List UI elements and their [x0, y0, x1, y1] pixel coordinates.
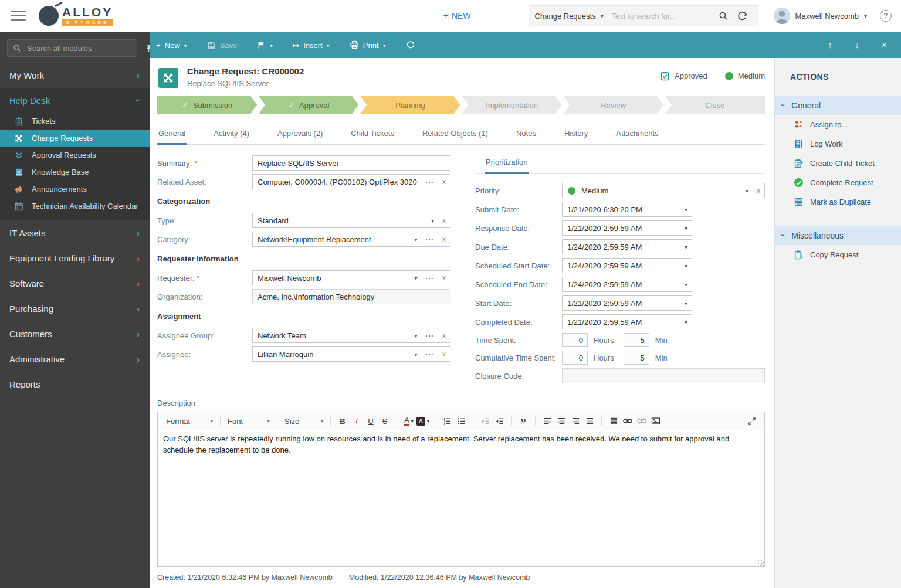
summary-input[interactable] [253, 159, 450, 168]
search-by-id-icon[interactable] [733, 11, 752, 21]
flag-button[interactable]: ▾ [257, 41, 273, 50]
sidebar-item-knowledge-base[interactable]: Knowledge Base [0, 164, 150, 181]
clear-field-button[interactable]: x [438, 178, 450, 186]
scheduled-start-date-input[interactable] [563, 261, 680, 270]
print-button[interactable]: Print ▾ [350, 40, 386, 50]
action-assign-to[interactable]: Assign to... [775, 115, 901, 134]
dropdown-caret-button[interactable]: ▾ [680, 319, 692, 325]
time-spent-hours-input[interactable] [562, 333, 588, 347]
dropdown-caret-button[interactable]: ▾ [680, 281, 692, 288]
save-button[interactable]: Save [207, 41, 238, 50]
start-date-input[interactable] [563, 299, 680, 308]
global-new-button[interactable]: + NEW [443, 11, 471, 21]
dropdown-caret-button[interactable]: ▾ [680, 300, 692, 307]
tab-prioritization[interactable]: Prioritization [485, 155, 529, 174]
action-log-work[interactable]: Log Work [775, 134, 901, 154]
stage-planning[interactable]: Planning [360, 96, 460, 114]
description-text[interactable]: Our SQL/IIS server is repeatedly running… [158, 430, 764, 566]
cumulative-minutes-input[interactable] [624, 351, 649, 365]
stage-review[interactable]: Review [564, 96, 663, 114]
type-input[interactable] [253, 216, 427, 225]
tab-general[interactable]: General [157, 123, 187, 145]
next-record-button[interactable]: ↓ [855, 40, 859, 50]
dropdown-caret-button[interactable]: ▾ [427, 217, 438, 224]
insert-image-icon[interactable] [649, 414, 663, 427]
sidebar-item-change-requests[interactable]: Change Requests [0, 130, 150, 147]
sidebar-item-technician-availability-calendar[interactable]: Technician Availability Calendar [0, 198, 150, 215]
sidebar-item-reports[interactable]: Reports [0, 372, 150, 397]
bullet-list-icon[interactable] [454, 414, 468, 427]
lookup-ellipsis-button[interactable]: ••• [422, 276, 438, 281]
organization-input[interactable] [253, 293, 450, 301]
tab-notes[interactable]: Notes [515, 123, 537, 144]
resize-grip[interactable] [758, 560, 764, 566]
help-button[interactable]: ? [880, 10, 892, 22]
maximize-editor-icon[interactable] [744, 414, 758, 427]
unlink-icon[interactable] [635, 414, 649, 427]
requester-input[interactable] [253, 274, 411, 283]
text-color-button[interactable]: A▾ [402, 414, 416, 427]
link-icon[interactable] [621, 414, 635, 427]
actions-group-general[interactable]: › General [775, 96, 901, 115]
app-logo[interactable]: ALLOY S FTWARE [39, 6, 113, 26]
align-left-icon[interactable] [540, 414, 554, 427]
scheduled-end-date-input[interactable] [563, 280, 680, 289]
blockquote-icon[interactable]: ” [516, 414, 530, 427]
dropdown-caret-button[interactable]: ▾ [680, 263, 692, 269]
sidebar-item-my-work[interactable]: My Work › [0, 63, 150, 88]
sidebar-item-equipment-lending-library[interactable]: Equipment Lending Library › [0, 246, 150, 271]
clear-field-button[interactable]: x [438, 216, 450, 225]
submit-date-input[interactable] [563, 205, 680, 214]
dropdown-caret-button[interactable]: ▾ [680, 225, 692, 232]
action-mark-as-duplicate[interactable]: Mark as Duplicate [775, 192, 901, 212]
strikethrough-button[interactable]: S [378, 414, 392, 427]
action-complete-request[interactable]: Complete Request [775, 173, 901, 192]
actions-group-miscellaneous[interactable]: › Miscellaneous [775, 226, 901, 245]
size-dropdown[interactable]: Size▾ [282, 417, 326, 426]
dropdown-caret-button[interactable]: ▾ [411, 332, 422, 339]
previous-record-button[interactable]: ↑ [828, 40, 832, 50]
sidebar-item-it-assets[interactable]: IT Assets › [0, 220, 150, 246]
clear-field-button[interactable]: x [438, 331, 450, 339]
close-record-button[interactable]: × [882, 40, 887, 50]
dropdown-caret-button[interactable]: ▾ [411, 236, 422, 243]
refresh-button[interactable] [406, 40, 415, 50]
sidebar-item-tickets[interactable]: Tickets [0, 113, 150, 130]
category-input[interactable] [253, 235, 411, 244]
align-right-icon[interactable] [568, 414, 582, 427]
search-input[interactable] [611, 11, 714, 21]
tab-related-objects[interactable]: Related Objects (1) [421, 123, 489, 144]
sidebar-item-software[interactable]: Software › [0, 271, 150, 296]
tab-activity[interactable]: Activity (4) [212, 123, 250, 144]
lookup-ellipsis-button[interactable]: ••• [422, 352, 438, 357]
related-asset-input[interactable] [253, 178, 422, 186]
sidebar-item-customers[interactable]: Customers › [0, 321, 150, 346]
dropdown-caret-button[interactable]: ▾ [680, 206, 692, 213]
sidebar-item-administrative[interactable]: Administrative › [0, 346, 150, 372]
sidebar-item-announcements[interactable]: Announcements [0, 181, 150, 198]
cumulative-hours-input[interactable] [562, 351, 588, 365]
tab-child-tickets[interactable]: Child Tickets [350, 123, 395, 144]
tab-history[interactable]: History [563, 123, 589, 144]
action-copy-request[interactable]: Copy Request [775, 245, 901, 264]
sidebar-item-help-desk[interactable]: Help Desk › [0, 88, 150, 113]
align-center-icon[interactable] [554, 414, 568, 427]
lookup-ellipsis-button[interactable]: ••• [422, 179, 438, 185]
search-scope-dropdown[interactable]: Change Requests ▾ [535, 12, 611, 21]
lookup-ellipsis-button[interactable]: ••• [422, 333, 438, 338]
clear-field-button[interactable]: x [438, 350, 450, 358]
dropdown-caret-button[interactable]: ▾ [411, 351, 422, 358]
dropdown-caret-button[interactable]: ▾ [680, 244, 692, 250]
user-menu[interactable]: Maxwell Newcomb ▾ [774, 8, 867, 24]
closure-code-input[interactable] [563, 372, 764, 380]
stage-submission[interactable]: ✓ Submission [157, 96, 257, 114]
font-dropdown[interactable]: Font▾ [225, 417, 272, 426]
sidebar-search-input[interactable] [26, 43, 131, 53]
outdent-icon[interactable] [478, 414, 492, 427]
completed-date-input[interactable] [563, 318, 680, 327]
lookup-ellipsis-button[interactable]: ••• [422, 237, 438, 242]
dropdown-caret-button[interactable]: ▾ [741, 188, 753, 194]
hamburger-menu-icon[interactable] [11, 8, 26, 23]
line-height-icon[interactable] [607, 414, 621, 427]
underline-button[interactable]: U [364, 414, 378, 427]
